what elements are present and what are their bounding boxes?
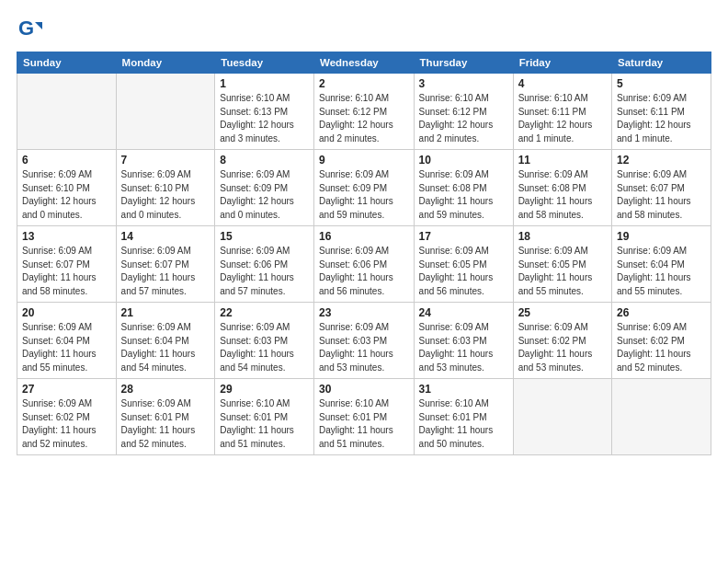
day-info: Sunrise: 6:09 AM Sunset: 6:01 PM Dayligh… [121, 397, 210, 451]
day-number: 4 [518, 77, 607, 90]
day-number: 7 [121, 154, 210, 167]
day-cell: 1Sunrise: 6:10 AM Sunset: 6:13 PM Daylig… [215, 74, 314, 150]
day-info: Sunrise: 6:09 AM Sunset: 6:06 PM Dayligh… [319, 245, 409, 298]
week-row-2: 6Sunrise: 6:09 AM Sunset: 6:10 PM Daylig… [17, 150, 711, 226]
day-number: 22 [220, 306, 309, 319]
day-number: 1 [220, 77, 309, 90]
day-number: 28 [121, 383, 210, 396]
day-cell: 13Sunrise: 6:09 AM Sunset: 6:07 PM Dayli… [17, 226, 117, 303]
day-number: 23 [319, 306, 409, 319]
day-number: 10 [419, 154, 508, 167]
day-info: Sunrise: 6:09 AM Sunset: 6:09 PM Dayligh… [220, 168, 309, 222]
day-cell: 8Sunrise: 6:09 AM Sunset: 6:09 PM Daylig… [215, 150, 314, 226]
logo: G [17, 17, 46, 42]
calendar: SundayMondayTuesdayWednesdayThursdayFrid… [17, 52, 711, 455]
day-number: 16 [319, 230, 409, 243]
day-number: 18 [518, 230, 607, 243]
day-info: Sunrise: 6:09 AM Sunset: 6:05 PM Dayligh… [518, 245, 607, 298]
day-number: 8 [220, 154, 309, 167]
day-cell: 17Sunrise: 6:09 AM Sunset: 6:05 PM Dayli… [414, 226, 513, 303]
day-cell: 20Sunrise: 6:09 AM Sunset: 6:04 PM Dayli… [17, 303, 117, 379]
day-cell: 26Sunrise: 6:09 AM Sunset: 6:02 PM Dayli… [612, 303, 711, 379]
week-row-1: 1Sunrise: 6:10 AM Sunset: 6:13 PM Daylig… [17, 74, 711, 150]
day-number: 29 [220, 383, 309, 396]
day-info: Sunrise: 6:09 AM Sunset: 6:07 PM Dayligh… [617, 168, 706, 222]
day-number: 26 [617, 306, 706, 319]
day-cell: 28Sunrise: 6:09 AM Sunset: 6:01 PM Dayli… [116, 379, 215, 455]
day-info: Sunrise: 6:09 AM Sunset: 6:08 PM Dayligh… [518, 168, 607, 222]
day-number: 25 [518, 306, 607, 319]
day-info: Sunrise: 6:09 AM Sunset: 6:02 PM Dayligh… [22, 397, 111, 451]
day-number: 17 [419, 230, 508, 243]
day-cell: 21Sunrise: 6:09 AM Sunset: 6:04 PM Dayli… [116, 303, 215, 379]
day-info: Sunrise: 6:09 AM Sunset: 6:06 PM Dayligh… [220, 245, 309, 298]
day-info: Sunrise: 6:09 AM Sunset: 6:11 PM Dayligh… [617, 92, 706, 145]
day-info: Sunrise: 6:10 AM Sunset: 6:01 PM Dayligh… [319, 397, 409, 451]
day-info: Sunrise: 6:10 AM Sunset: 6:11 PM Dayligh… [518, 92, 607, 145]
day-info: Sunrise: 6:09 AM Sunset: 6:04 PM Dayligh… [121, 321, 210, 374]
day-cell: 5Sunrise: 6:09 AM Sunset: 6:11 PM Daylig… [612, 74, 711, 150]
day-cell [612, 379, 711, 455]
day-info: Sunrise: 6:10 AM Sunset: 6:01 PM Dayligh… [419, 397, 508, 451]
day-number: 15 [220, 230, 309, 243]
day-info: Sunrise: 6:09 AM Sunset: 6:07 PM Dayligh… [22, 245, 111, 298]
day-cell: 19Sunrise: 6:09 AM Sunset: 6:04 PM Dayli… [612, 226, 711, 303]
day-info: Sunrise: 6:09 AM Sunset: 6:03 PM Dayligh… [419, 321, 508, 374]
weekday-header-sunday: Sunday [17, 52, 117, 74]
day-cell: 16Sunrise: 6:09 AM Sunset: 6:06 PM Dayli… [314, 226, 415, 303]
day-number: 13 [22, 230, 111, 243]
day-number: 9 [319, 154, 409, 167]
svg-text:G: G [18, 17, 34, 40]
weekday-header-tuesday: Tuesday [215, 52, 314, 74]
day-info: Sunrise: 6:09 AM Sunset: 6:09 PM Dayligh… [319, 168, 409, 222]
day-cell: 9Sunrise: 6:09 AM Sunset: 6:09 PM Daylig… [314, 150, 415, 226]
day-number: 27 [22, 383, 111, 396]
day-cell: 15Sunrise: 6:09 AM Sunset: 6:06 PM Dayli… [215, 226, 314, 303]
day-number: 3 [419, 77, 508, 90]
day-cell: 11Sunrise: 6:09 AM Sunset: 6:08 PM Dayli… [513, 150, 611, 226]
logo-icon: G [17, 17, 42, 42]
weekday-header-thursday: Thursday [414, 52, 513, 74]
day-info: Sunrise: 6:10 AM Sunset: 6:13 PM Dayligh… [220, 92, 309, 145]
day-cell [17, 74, 117, 150]
weekday-header-saturday: Saturday [612, 52, 711, 74]
svg-marker-1 [35, 22, 42, 29]
weekday-header-monday: Monday [116, 52, 215, 74]
day-cell: 22Sunrise: 6:09 AM Sunset: 6:03 PM Dayli… [215, 303, 314, 379]
day-number: 12 [617, 154, 706, 167]
day-number: 20 [22, 306, 111, 319]
day-cell: 29Sunrise: 6:10 AM Sunset: 6:01 PM Dayli… [215, 379, 314, 455]
day-info: Sunrise: 6:09 AM Sunset: 6:10 PM Dayligh… [121, 168, 210, 222]
day-cell: 12Sunrise: 6:09 AM Sunset: 6:07 PM Dayli… [612, 150, 711, 226]
week-row-5: 27Sunrise: 6:09 AM Sunset: 6:02 PM Dayli… [17, 379, 711, 455]
day-info: Sunrise: 6:09 AM Sunset: 6:07 PM Dayligh… [121, 245, 210, 298]
day-info: Sunrise: 6:09 AM Sunset: 6:04 PM Dayligh… [617, 245, 706, 298]
day-number: 19 [617, 230, 706, 243]
day-cell: 18Sunrise: 6:09 AM Sunset: 6:05 PM Dayli… [513, 226, 611, 303]
day-cell: 24Sunrise: 6:09 AM Sunset: 6:03 PM Dayli… [414, 303, 513, 379]
day-info: Sunrise: 6:10 AM Sunset: 6:01 PM Dayligh… [220, 397, 309, 451]
day-number: 2 [319, 77, 409, 90]
day-number: 5 [617, 77, 706, 90]
day-info: Sunrise: 6:09 AM Sunset: 6:04 PM Dayligh… [22, 321, 111, 374]
day-number: 14 [121, 230, 210, 243]
day-info: Sunrise: 6:09 AM Sunset: 6:08 PM Dayligh… [419, 168, 508, 222]
day-number: 31 [419, 383, 508, 396]
day-cell: 10Sunrise: 6:09 AM Sunset: 6:08 PM Dayli… [414, 150, 513, 226]
day-number: 11 [518, 154, 607, 167]
day-cell: 14Sunrise: 6:09 AM Sunset: 6:07 PM Dayli… [116, 226, 215, 303]
day-cell: 7Sunrise: 6:09 AM Sunset: 6:10 PM Daylig… [116, 150, 215, 226]
day-cell: 23Sunrise: 6:09 AM Sunset: 6:03 PM Dayli… [314, 303, 415, 379]
day-cell: 30Sunrise: 6:10 AM Sunset: 6:01 PM Dayli… [314, 379, 415, 455]
day-cell: 27Sunrise: 6:09 AM Sunset: 6:02 PM Dayli… [17, 379, 117, 455]
day-info: Sunrise: 6:09 AM Sunset: 6:03 PM Dayligh… [319, 321, 409, 374]
day-cell: 6Sunrise: 6:09 AM Sunset: 6:10 PM Daylig… [17, 150, 117, 226]
day-number: 24 [419, 306, 508, 319]
day-cell [116, 74, 215, 150]
day-cell: 25Sunrise: 6:09 AM Sunset: 6:02 PM Dayli… [513, 303, 611, 379]
day-number: 6 [22, 154, 111, 167]
weekday-header-row: SundayMondayTuesdayWednesdayThursdayFrid… [17, 52, 711, 74]
page: G SundayMondayTuesdayWednesdayThursdayFr… [0, 0, 728, 563]
day-cell: 4Sunrise: 6:10 AM Sunset: 6:11 PM Daylig… [513, 74, 611, 150]
day-info: Sunrise: 6:10 AM Sunset: 6:12 PM Dayligh… [419, 92, 508, 145]
